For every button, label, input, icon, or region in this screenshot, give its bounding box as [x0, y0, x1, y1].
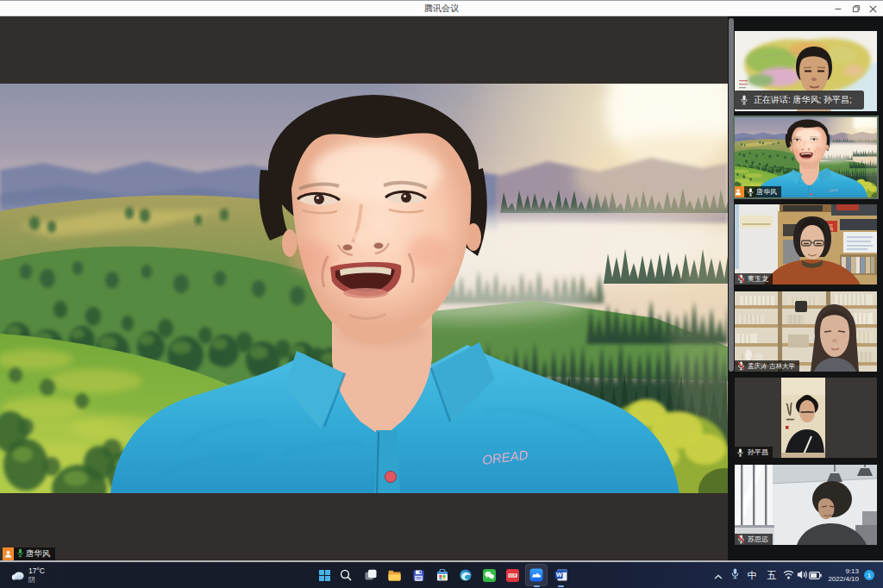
svg-text:W: W: [555, 572, 561, 578]
